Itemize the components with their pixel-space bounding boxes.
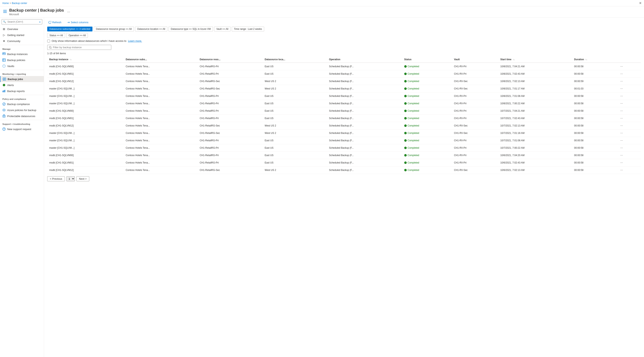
col-start-time[interactable]: Start time ↑↓ <box>498 56 572 63</box>
filter-vault[interactable]: Vault == All <box>214 26 230 32</box>
cell-datasource-subs: Contoso Hotels Tena... <box>124 100 198 107</box>
filter-time-range[interactable]: Time range : Last 2 weeks <box>232 26 264 32</box>
filter-datasource-subscription[interactable]: Datasource subscription == 3 selected <box>47 26 92 32</box>
more-options-icon[interactable]: ··· <box>67 10 70 14</box>
breadcrumb-home[interactable]: Home <box>2 2 9 4</box>
row-more-button[interactable]: ··· <box>619 94 624 98</box>
row-more-button[interactable]: ··· <box>619 153 624 158</box>
datasource-access-checkbox[interactable] <box>47 40 50 42</box>
cell-duration: 00:00:58 <box>572 115 617 122</box>
status-completed-dot <box>404 65 407 68</box>
col-operation[interactable]: Operation <box>327 56 402 63</box>
next-page-button[interactable]: Next > <box>76 176 89 181</box>
cell-vault: CH1-RV-Sec <box>452 78 498 85</box>
sidebar-item-backup-instances[interactable]: Backup instances <box>0 51 44 57</box>
svg-marker-21 <box>3 109 5 111</box>
search-input[interactable] <box>2 19 42 24</box>
filter-input-container <box>47 45 111 50</box>
hamburger-icon[interactable] <box>3 10 7 14</box>
close-button[interactable]: ✕ <box>639 1 642 5</box>
sidebar-item-vaults[interactable]: Vaults <box>0 63 44 69</box>
sidebar-item-backup-policies[interactable]: Backup policies <box>0 57 44 63</box>
col-vault[interactable]: Vault <box>452 56 498 63</box>
cell-backup-instance: master [CH1-SQLVM...] <box>47 130 124 137</box>
filter-input[interactable] <box>53 46 110 49</box>
sidebar-item-backup-policies-label: Backup policies <box>7 59 25 62</box>
cell-status: Completed <box>402 166 452 174</box>
filter-datasource-type[interactable]: Datasource type == SQL in Azure VM <box>168 26 213 32</box>
sidebar-item-getting-started[interactable]: ▷ Getting started <box>0 32 44 38</box>
filter-status[interactable]: Status == All <box>47 33 65 38</box>
status-badge: Completed <box>404 80 450 83</box>
row-more-button[interactable]: ··· <box>619 72 624 76</box>
learn-more-link[interactable]: Learn more. <box>128 40 142 42</box>
cell-datasource-loca: East US <box>263 63 327 70</box>
prev-page-button[interactable]: < Previous <box>47 176 65 181</box>
toolbar: Refresh Select columns <box>47 20 641 24</box>
cell-actions: ··· <box>617 63 641 70</box>
status-completed-dot <box>404 95 407 97</box>
cell-actions: ··· <box>617 166 641 174</box>
row-more-button[interactable]: ··· <box>619 160 624 165</box>
row-more-button[interactable]: ··· <box>619 131 624 135</box>
cell-vault: CH1-RV-Pri <box>452 152 498 159</box>
col-datasource-reso[interactable]: Datasource reso... <box>198 56 263 63</box>
getting-started-icon: ▷ <box>2 34 6 36</box>
row-more-button[interactable]: ··· <box>619 64 624 69</box>
community-icon: ♥ <box>2 40 6 42</box>
cell-datasource-reso: CH1-RetailRG-Pri <box>198 70 263 78</box>
sidebar-item-azure-policies[interactable]: Azure policies for backup <box>0 107 44 113</box>
col-datasource-loca[interactable]: Datasource loca... <box>263 56 327 63</box>
vaults-icon <box>2 64 6 68</box>
row-more-button[interactable]: ··· <box>619 86 624 91</box>
select-columns-button[interactable]: Select columns <box>66 20 90 24</box>
cell-datasource-loca: East US <box>263 137 327 144</box>
sidebar-item-overview[interactable]: ⊞ Overview <box>0 26 44 32</box>
sidebar-divider-support <box>0 120 44 120</box>
filter-datasource-resource-group[interactable]: Datasource resource group == All <box>94 26 134 32</box>
row-more-button[interactable]: ··· <box>619 146 624 150</box>
breadcrumb-current[interactable]: Backup center <box>12 2 27 4</box>
cell-datasource-loca: West US 2 <box>263 122 327 130</box>
collapse-sidebar-button[interactable]: « <box>39 20 41 24</box>
col-backup-instance[interactable]: Backup instance ↑↓ <box>47 56 124 63</box>
row-more-button[interactable]: ··· <box>619 101 624 106</box>
row-more-button[interactable]: ··· <box>619 116 624 120</box>
row-more-button[interactable]: ··· <box>619 138 624 143</box>
status-completed-dot <box>404 110 407 112</box>
cell-backup-instance: master [CH1-SQLVM...] <box>47 85 124 92</box>
cell-datasource-loca: East US <box>263 144 327 152</box>
svg-text:?: ? <box>4 128 4 130</box>
pagination: < Previous 1 2 3 4 5 6 Next > <box>47 174 641 184</box>
cell-datasource-loca: East US <box>263 92 327 100</box>
col-datasource-subs[interactable]: Datasource subs... <box>124 56 198 63</box>
cell-status: Completed <box>402 100 452 107</box>
refresh-button[interactable]: Refresh <box>47 20 63 24</box>
table-row: msdb [CH1-SQLVM00] Contoso Hotels Tena..… <box>47 63 641 70</box>
sidebar-item-backup-compliance[interactable]: Backup compliance <box>0 101 44 107</box>
row-more-button[interactable]: ··· <box>619 124 624 128</box>
cell-datasource-subs: Contoso Hotels Tena... <box>124 159 198 166</box>
sidebar-item-community[interactable]: ♥ Community <box>0 38 44 44</box>
filter-datasource-location[interactable]: Datasource location == All <box>135 26 167 32</box>
filter-operation[interactable]: Operation == All <box>66 33 88 38</box>
sidebar-item-backup-jobs[interactable]: Backup jobs <box>0 76 44 82</box>
col-status[interactable]: Status <box>402 56 452 63</box>
status-badge: Completed <box>404 110 450 112</box>
row-more-button[interactable]: ··· <box>619 168 624 172</box>
sidebar-item-new-support-request[interactable]: ? New support request <box>0 126 44 132</box>
sidebar-item-backup-instances-label: Backup instances <box>7 53 28 56</box>
sidebar-item-backup-reports[interactable]: Backup reports <box>0 88 44 94</box>
manage-section-label: Manage <box>0 46 44 51</box>
sidebar-item-alerts[interactable]: ! Alerts <box>0 82 44 88</box>
svg-rect-7 <box>2 59 6 62</box>
row-more-button[interactable]: ··· <box>619 109 624 113</box>
col-duration[interactable]: Duration ↑↓ <box>572 56 617 63</box>
page-select[interactable]: 1 2 3 4 5 6 <box>66 176 75 181</box>
sidebar-item-protectable-datasources[interactable]: Protectable datasources <box>0 113 44 119</box>
row-more-button[interactable]: ··· <box>619 79 624 84</box>
cell-backup-instance: master [CH1-SQLVM...] <box>47 137 124 144</box>
page-subtitle: Microsoft <box>9 13 64 16</box>
cell-actions: ··· <box>617 92 641 100</box>
cell-duration: 00:00:58 <box>572 152 617 159</box>
